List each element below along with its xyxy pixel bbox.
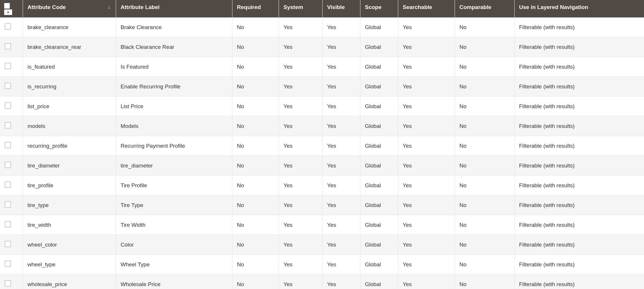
cell-required: No: [232, 136, 279, 156]
row-checkbox[interactable]: [5, 23, 11, 30]
row-checkbox[interactable]: [5, 63, 11, 69]
cell-select: [0, 77, 23, 97]
column-header-scope[interactable]: Scope: [360, 0, 398, 17]
cell-select: [0, 136, 23, 156]
table-row[interactable]: is_featuredIs FeaturedNoYesYesGlobalYesN…: [0, 57, 644, 77]
cell-required: No: [232, 77, 279, 97]
row-checkbox[interactable]: [5, 122, 11, 129]
row-checkbox[interactable]: [5, 280, 11, 287]
table-row[interactable]: brake_clearanceBrake ClearanceNoYesYesGl…: [0, 17, 644, 37]
table-row[interactable]: is_recurringEnable Recurring ProfileNoYe…: [0, 77, 644, 97]
cell-select: [0, 156, 23, 176]
column-header-label: Visible: [327, 4, 345, 10]
table-row[interactable]: wholesale_priceWholesale PriceNoYesYesGl…: [0, 274, 644, 289]
column-header-required[interactable]: Required: [232, 0, 279, 17]
cell-select: [0, 195, 23, 215]
table-row[interactable]: wheel_colorColorNoYesYesGlobalYesNoFilte…: [0, 235, 644, 255]
cell-visible: Yes: [322, 215, 360, 235]
table-row[interactable]: tire_diametertire_diameterNoYesYesGlobal…: [0, 156, 644, 176]
select-all-checkbox[interactable]: [4, 3, 10, 9]
cell-required: No: [232, 274, 279, 289]
cell-layered-nav: Filterable (with results): [514, 136, 644, 156]
select-all-dropdown[interactable]: ▾: [4, 9, 12, 15]
table-row[interactable]: recurring_profileRecurring Payment Profi…: [0, 136, 644, 156]
cell-attribute-label: Black Clearance Rear: [116, 37, 232, 57]
table-row[interactable]: modelsModelsNoYesYesGlobalYesNoFilterabl…: [0, 116, 644, 136]
cell-attribute-label: Tire Profile: [116, 176, 232, 195]
table-row[interactable]: tire_profileTire ProfileNoYesYesGlobalYe…: [0, 176, 644, 195]
row-checkbox[interactable]: [5, 83, 11, 89]
column-header-system[interactable]: System: [279, 0, 322, 17]
cell-select: [0, 255, 23, 274]
cell-comparable: No: [455, 255, 514, 274]
cell-system: Yes: [279, 176, 322, 195]
column-header-layered-nav[interactable]: Use in Layered Navigation: [514, 0, 644, 17]
cell-scope: Global: [360, 17, 398, 37]
cell-system: Yes: [279, 77, 322, 97]
sort-descending-icon: ↓: [108, 4, 111, 10]
table-row[interactable]: tire_widthTire WidthNoYesYesGlobalYesNoF…: [0, 215, 644, 235]
cell-searchable: Yes: [398, 57, 455, 77]
cell-comparable: No: [455, 77, 514, 97]
table-body: brake_clearanceBrake ClearanceNoYesYesGl…: [0, 17, 644, 289]
row-checkbox[interactable]: [5, 181, 11, 188]
column-header-label: Searchable: [403, 4, 432, 10]
row-checkbox[interactable]: [5, 241, 11, 247]
cell-attribute-code: tire_width: [23, 215, 116, 235]
cell-searchable: Yes: [398, 274, 455, 289]
cell-attribute-code: is_recurring: [23, 77, 116, 97]
cell-select: [0, 116, 23, 136]
cell-scope: Global: [360, 215, 398, 235]
cell-attribute-code: models: [23, 116, 116, 136]
cell-required: No: [232, 176, 279, 195]
cell-system: Yes: [279, 215, 322, 235]
table-row[interactable]: list_priceList PriceNoYesYesGlobalYesNoF…: [0, 97, 644, 116]
column-header-searchable[interactable]: Searchable: [398, 0, 455, 17]
cell-scope: Global: [360, 156, 398, 176]
column-header-attribute-code[interactable]: Attribute Code ↓: [23, 0, 116, 17]
column-header-attribute-label[interactable]: Attribute Label: [116, 0, 232, 17]
cell-system: Yes: [279, 255, 322, 274]
column-header-label: Scope: [365, 4, 382, 10]
row-checkbox[interactable]: [5, 102, 11, 109]
cell-attribute-code: tire_type: [23, 195, 116, 215]
cell-select: [0, 235, 23, 255]
column-header-select: ▾: [0, 0, 23, 17]
column-header-comparable[interactable]: Comparable: [455, 0, 514, 17]
cell-visible: Yes: [322, 255, 360, 274]
column-header-label: Attribute Code: [28, 4, 66, 10]
cell-visible: Yes: [322, 17, 360, 37]
row-checkbox[interactable]: [5, 43, 11, 49]
cell-layered-nav: Filterable (with results): [514, 97, 644, 116]
cell-select: [0, 176, 23, 195]
cell-searchable: Yes: [398, 195, 455, 215]
cell-layered-nav: Filterable (with results): [514, 235, 644, 255]
cell-system: Yes: [279, 195, 322, 215]
cell-attribute-label: Wheel Type: [116, 255, 232, 274]
cell-layered-nav: Filterable (with results): [514, 57, 644, 77]
table-header-row: ▾ Attribute Code ↓ Attribute Label Requi…: [0, 0, 644, 17]
cell-visible: Yes: [322, 156, 360, 176]
cell-visible: Yes: [322, 77, 360, 97]
cell-visible: Yes: [322, 235, 360, 255]
cell-required: No: [232, 255, 279, 274]
table-row[interactable]: wheel_typeWheel TypeNoYesYesGlobalYesNoF…: [0, 255, 644, 274]
row-checkbox[interactable]: [5, 221, 11, 227]
cell-select: [0, 17, 23, 37]
cell-required: No: [232, 156, 279, 176]
chevron-down-icon: ▾: [7, 10, 9, 14]
cell-searchable: Yes: [398, 215, 455, 235]
table-row[interactable]: tire_typeTire TypeNoYesYesGlobalYesNoFil…: [0, 195, 644, 215]
cell-system: Yes: [279, 97, 322, 116]
row-checkbox[interactable]: [5, 142, 11, 148]
cell-select: [0, 215, 23, 235]
column-header-visible[interactable]: Visible: [322, 0, 360, 17]
row-checkbox[interactable]: [5, 162, 11, 168]
cell-required: No: [232, 116, 279, 136]
row-checkbox[interactable]: [5, 261, 11, 267]
column-header-label: Comparable: [460, 4, 492, 10]
row-checkbox[interactable]: [5, 201, 11, 208]
cell-scope: Global: [360, 57, 398, 77]
table-row[interactable]: brake_clearance_rearBlack Clearance Rear…: [0, 37, 644, 57]
cell-system: Yes: [279, 57, 322, 77]
